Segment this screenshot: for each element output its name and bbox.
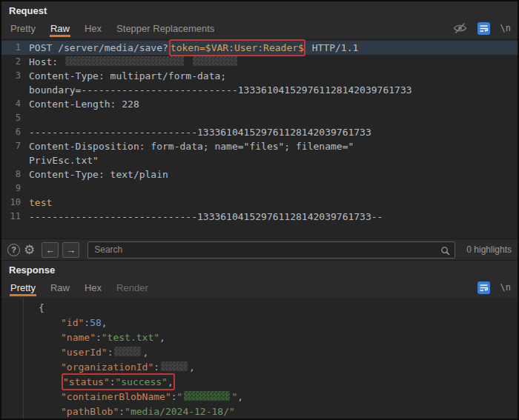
tab-request-pretty[interactable]: Pretty: [3, 18, 43, 39]
code-line-content: "status":"success",: [1, 375, 176, 390]
code-line-content: Content-Length: 228: [26, 97, 139, 111]
request-panel-title: Request: [1, 1, 518, 18]
request-editor[interactable]: 1POST /server/media/save?token=$VAR:User…: [1, 39, 518, 239]
code-text: :: [119, 406, 125, 417]
code-text: Content-Type: multipart/form-data;: [29, 70, 226, 81]
code-text: [185, 56, 191, 67]
tab-response-pretty[interactable]: Pretty: [3, 277, 43, 298]
highlights-count: 0 highlights: [463, 244, 512, 255]
response-editor[interactable]: {"id":58,"name":"test.txt","userId":,"or…: [1, 298, 518, 419]
newline-toggle-icon[interactable]: \n: [500, 18, 511, 39]
response-line: "id":58,: [1, 316, 518, 330]
redacted-value: [161, 361, 188, 371]
code-text: 58: [90, 317, 102, 328]
tabbar-spacer: [222, 18, 447, 39]
code-line-content: Content-Type: text/plain: [26, 167, 168, 181]
code-line-content: test: [26, 196, 52, 210]
request-line: 11-----------------------------133361041…: [1, 210, 518, 224]
code-text: "test.txt": [102, 332, 159, 343]
tabbar-spacer: [156, 277, 472, 298]
code-text: HTTP/1.1: [306, 42, 358, 53]
response-line: "name":"test.txt",: [1, 330, 518, 345]
code-text: ,: [102, 317, 108, 328]
code-text: Content-Disposition: form-data; name="fi…: [29, 141, 354, 152]
code-line-content: POST /server/media/save?token=$VAR:User:…: [26, 41, 358, 55]
search-next-button[interactable]: →: [62, 242, 79, 258]
code-text: token=$VAR:User:Reader$: [171, 42, 304, 53]
tab-response-render[interactable]: Render: [109, 277, 156, 298]
line-number: 8: [1, 167, 26, 181]
code-text: ,: [189, 361, 195, 373]
response-line: "userId":,: [1, 345, 518, 360]
request-line: 10test: [1, 196, 518, 210]
code-text: "success": [115, 376, 167, 387]
code-text: "id": [61, 317, 84, 328]
response-line: "organizationId":,: [1, 360, 518, 375]
code-text: :: [96, 332, 102, 343]
line-number: 4: [1, 97, 26, 111]
response-panel: Response Pretty Raw Hex Render \n {"id":…: [1, 261, 518, 419]
request-line: 8Content-Type: text/plain: [1, 167, 518, 181]
code-text: :: [153, 361, 159, 373]
code-text: "organizationId": [61, 361, 153, 373]
line-number: 9: [1, 181, 26, 196]
code-text: ,: [168, 376, 173, 387]
search-magnifier-icon[interactable]: [440, 245, 450, 259]
code-line-content: Host:: [26, 55, 239, 69]
redacted-value: [193, 56, 237, 66]
soft-wrap-icon[interactable]: [477, 18, 490, 39]
response-code: {"id":58,"name":"test.txt","userId":,"or…: [1, 301, 518, 419]
redacted-value: [65, 56, 184, 66]
code-text: ,: [159, 332, 165, 343]
code-text: boundary=---------------------------1333…: [29, 84, 412, 96]
code-text: ": [177, 391, 183, 402]
code-line-content: PrivEsc.txt": [26, 153, 99, 167]
response-line: "containerBlobName":"",: [1, 390, 518, 404]
code-text: Content-Length: 228: [29, 99, 139, 110]
request-line: boundary=---------------------------1333…: [1, 83, 518, 97]
response-line: {: [1, 301, 518, 316]
annotation-red-box: "status":"success",: [63, 375, 173, 389]
line-number: 5: [1, 111, 26, 125]
line-number: 3: [1, 69, 26, 83]
tab-response-hex[interactable]: Hex: [77, 277, 109, 298]
code-text: Host:: [29, 56, 64, 67]
search-field-wrap: [87, 241, 455, 259]
help-icon[interactable]: ?: [7, 244, 20, 256]
search-prev-button[interactable]: ←: [42, 242, 59, 258]
code-text: :: [171, 391, 177, 402]
tab-request-stepper-replacements[interactable]: Stepper Replacements: [109, 18, 222, 39]
code-line-content: Content-Disposition: form-data; name="fi…: [26, 139, 354, 153]
tab-request-hex[interactable]: Hex: [77, 18, 109, 39]
code-line-content: "userId":,: [1, 345, 148, 360]
line-number: 6: [1, 125, 26, 139]
line-number: 2: [1, 55, 26, 69]
response-tabbar: Pretty Raw Hex Render \n: [1, 277, 518, 298]
line-number: [1, 83, 26, 97]
tab-response-raw[interactable]: Raw: [43, 277, 77, 298]
line-number: 10: [1, 196, 26, 210]
code-line-content: "id":58,: [1, 316, 108, 330]
line-number: [1, 153, 26, 167]
code-line-content: "organizationId":,: [1, 360, 195, 375]
soft-wrap-icon[interactable]: [477, 277, 490, 298]
request-line: 3Content-Type: multipart/form-data;: [1, 69, 518, 83]
line-number: 1: [1, 41, 26, 55]
code-text: -----------------------------13336104152…: [29, 211, 383, 222]
http-message-viewer: Request Pretty Raw Hex Stepper Replaceme…: [0, 0, 519, 420]
code-line-content: "name":"test.txt",: [1, 330, 165, 345]
line-number: 11: [1, 210, 26, 224]
settings-gear-icon[interactable]: ⚙: [24, 244, 35, 256]
request-code: 1POST /server/media/save?token=$VAR:User…: [1, 41, 518, 224]
eye-off-icon[interactable]: [453, 18, 467, 39]
code-line-content: {: [1, 301, 44, 316]
newline-toggle-icon[interactable]: \n: [500, 277, 511, 298]
search-input[interactable]: [87, 241, 455, 259]
code-text: "userId": [61, 347, 108, 358]
code-text: "media/2024-12-18/": [125, 406, 235, 417]
code-text: "status": [63, 376, 110, 387]
request-tabbar: Pretty Raw Hex Stepper Replacements: [1, 18, 518, 39]
request-line: 1POST /server/media/save?token=$VAR:User…: [1, 41, 518, 55]
tab-request-raw[interactable]: Raw: [43, 18, 77, 39]
redacted-value: [114, 347, 141, 356]
